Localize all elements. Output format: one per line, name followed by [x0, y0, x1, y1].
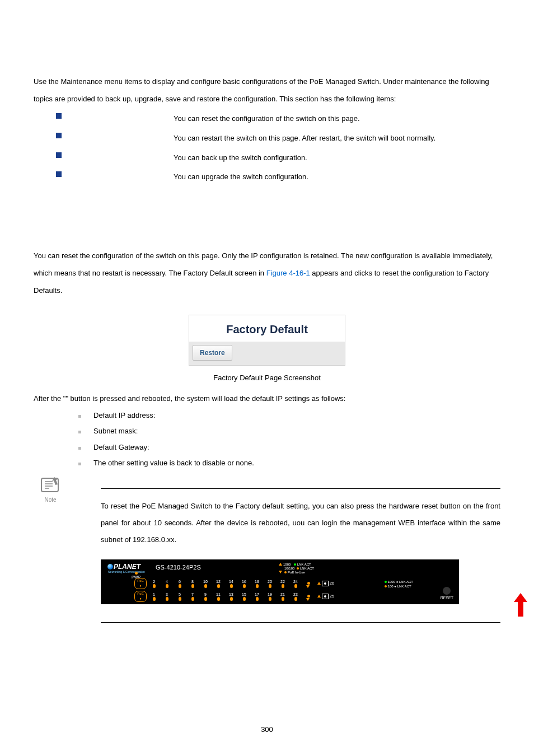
poe-pill-label: PoE ● [134, 591, 147, 602]
sfp-port-icon [322, 594, 329, 599]
text-fragment: " button is pressed and rebooted, the sy… [65, 394, 345, 403]
after-restore-paragraph: After the "" button is pressed and reboo… [34, 390, 500, 407]
port-dot-row [150, 598, 310, 601]
note-text: To reset the PoE Managed Switch to the F… [101, 498, 500, 548]
list-item-text: The other setting value is back to disab… [93, 455, 254, 472]
sub-bullet-icon [78, 431, 81, 433]
page-number: 300 [0, 725, 534, 734]
poe-pill-label: PoE ● [134, 578, 147, 589]
sub-bullet-icon [78, 463, 81, 465]
reset-label: RESET [441, 596, 453, 600]
triangle-down-icon [306, 598, 310, 601]
reset-button-icon [443, 587, 451, 595]
bullet-item: You can reset the configuration of the s… [34, 111, 500, 127]
square-bullet-icon [56, 113, 62, 119]
list-item-text: Default Gateway: [93, 440, 149, 456]
restore-button[interactable]: Restore [193, 345, 232, 361]
figure-caption: Factory Default Page Screenshot [34, 374, 500, 382]
note-label: Note [44, 497, 56, 503]
text-fragment: After the " [34, 394, 65, 403]
square-bullet-icon [56, 171, 62, 177]
figure-reference-link[interactable]: Figure 4-16-1 [266, 269, 310, 277]
red-arrow-icon [515, 593, 526, 617]
factory-default-screenshot: Factory Default Restore [189, 315, 345, 366]
list-item-text: Default IP address: [93, 408, 155, 424]
bullet-text: You can back up the switch configuration… [174, 150, 500, 166]
list-item: Subnet mask: [78, 423, 500, 440]
sub-bullet-icon [78, 415, 81, 418]
list-item: The other setting value is back to disab… [78, 455, 500, 472]
port-dot-row [150, 585, 310, 588]
led-legend-top: 1000 LNK ACT 10/100 LNK ACT PoE In-Use [279, 563, 314, 575]
factory-default-title-area: Factory Default [189, 315, 345, 342]
brand-logo: PLANET [107, 563, 140, 571]
bullet-item: You can upgrade the switch configuration… [34, 169, 500, 185]
factory-default-title: Factory Default [226, 323, 308, 335]
bullet-text: You can reset the configuration of the s… [174, 111, 500, 127]
switch-front-panel-image: PLANET Networking & Communication GS-421… [101, 559, 459, 604]
list-item: Default Gateway: [78, 440, 500, 456]
intro-paragraph: Use the Maintenance menu items to displa… [34, 73, 500, 108]
bullet-text: You can upgrade the switch configuration… [174, 169, 500, 185]
bullet-text: You can restart the switch on this page.… [174, 130, 500, 147]
list-item-text: Subnet mask: [93, 423, 138, 440]
divider [101, 488, 500, 489]
list-item: Default IP address: [78, 408, 500, 424]
sfp-port-icon [322, 581, 329, 586]
reset-button-area: RESET [441, 587, 453, 600]
factory-default-paragraph: You can reset the configuration of the s… [34, 247, 500, 300]
led-legend-right: 1000 ● LNK ACT 100 ● LNK ACT [385, 580, 413, 589]
bullet-item: You can restart the switch on this page.… [34, 130, 500, 147]
bullet-item: You can back up the switch configuration… [34, 150, 500, 166]
square-bullet-icon [56, 152, 62, 158]
square-bullet-icon [56, 133, 62, 138]
divider [101, 622, 500, 623]
sub-bullet-icon [78, 447, 81, 450]
triangle-up-icon [317, 595, 321, 598]
model-label: GS-4210-24P2S [156, 564, 201, 571]
note-block: Note To reset the PoE Managed Switch to … [34, 488, 500, 623]
triangle-up-icon [317, 582, 321, 585]
note-icon: Note [34, 476, 67, 503]
triangle-down-icon [306, 585, 310, 588]
